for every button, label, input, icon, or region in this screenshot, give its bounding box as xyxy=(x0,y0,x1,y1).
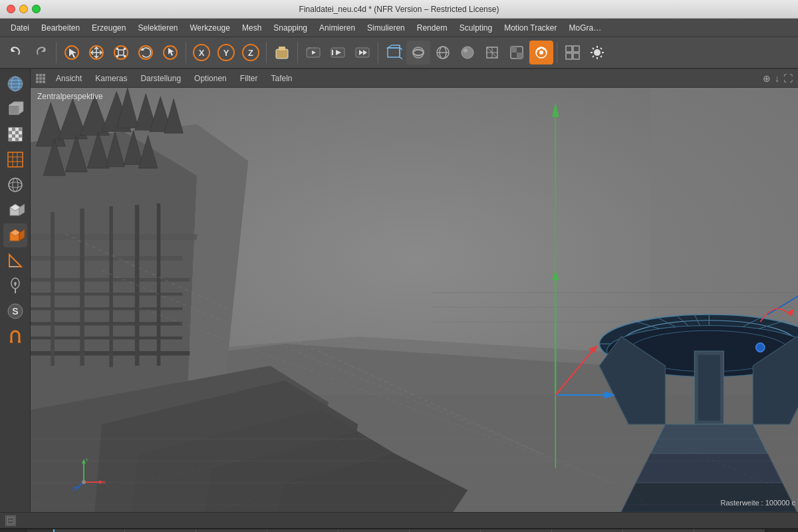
record-button[interactable] xyxy=(301,41,325,65)
nav-compass-icon[interactable]: ⊕ xyxy=(763,73,771,84)
menu-motion-tracker[interactable]: Motion Tracker xyxy=(499,21,562,35)
wireframe-view-button[interactable] xyxy=(406,41,430,65)
select-tool[interactable] xyxy=(60,41,84,65)
menu-bearbeiten[interactable]: Bearbeiten xyxy=(36,21,85,35)
material-view-button[interactable] xyxy=(431,41,455,65)
svg-marker-1 xyxy=(41,48,45,52)
timeline-track[interactable]: 0 10 20 30 40 50 60 70 80 90 100 xyxy=(53,529,765,532)
vt-filter[interactable]: Filter xyxy=(235,72,263,84)
svg-rect-54 xyxy=(573,53,579,59)
svg-rect-32 xyxy=(388,48,400,57)
svg-rect-75 xyxy=(15,128,19,131)
menu-erzeugen[interactable]: Erzeugen xyxy=(86,21,131,35)
viewport-container: Ansicht Kameras Darstellung Optionen Fil… xyxy=(31,69,798,512)
undo-button[interactable] xyxy=(4,41,28,65)
menu-animieren[interactable]: Animieren xyxy=(314,21,360,35)
object-tool[interactable] xyxy=(3,97,27,121)
left-sidebar: S xyxy=(0,69,31,512)
checkerboard-tool[interactable] xyxy=(3,122,27,146)
snap-tool[interactable]: S xyxy=(3,299,27,323)
menu-mesh[interactable]: Mesh xyxy=(237,21,267,35)
svg-rect-76 xyxy=(19,131,22,134)
vt-optionen[interactable]: Optionen xyxy=(189,72,232,84)
main-area: S Ansicht Kameras Darstellung Optionen F… xyxy=(0,69,798,512)
texture-view-button[interactable] xyxy=(505,41,529,65)
vt-kameras[interactable]: Kameras xyxy=(90,72,132,84)
status-bar xyxy=(0,512,798,528)
menu-mogra[interactable]: MoGra… xyxy=(564,21,607,35)
scale-tool[interactable] xyxy=(109,41,133,65)
move-tool[interactable] xyxy=(84,41,108,65)
vt-ansicht[interactable]: Ansicht xyxy=(51,72,87,84)
close-button[interactable] xyxy=(7,5,15,13)
rotate-tool[interactable] xyxy=(134,41,158,65)
play-forward-button[interactable] xyxy=(350,41,374,65)
svg-rect-9 xyxy=(124,55,126,57)
svg-line-61 xyxy=(600,48,602,49)
viewport-toolbar: Ansicht Kameras Darstellung Optionen Fil… xyxy=(31,69,798,88)
object-mode-button[interactable] xyxy=(270,41,294,65)
select-cursor-tool[interactable] xyxy=(3,274,27,298)
vt-darstellung[interactable]: Darstellung xyxy=(135,72,186,84)
menu-sculpting[interactable]: Sculpting xyxy=(454,21,497,35)
light-button[interactable] xyxy=(585,41,609,65)
svg-rect-80 xyxy=(19,138,22,141)
svg-rect-134 xyxy=(80,209,84,366)
svg-point-88 xyxy=(13,178,18,192)
svg-rect-20 xyxy=(279,47,285,51)
y-axis-button[interactable]: Y xyxy=(214,41,238,65)
shaded-view-button[interactable] xyxy=(480,41,504,65)
svg-marker-94 xyxy=(19,229,25,241)
svg-point-99 xyxy=(14,282,17,285)
perspective-view-button[interactable] xyxy=(382,41,406,65)
x-axis-button[interactable]: X xyxy=(190,41,213,65)
menu-simulieren[interactable]: Simulieren xyxy=(362,21,410,35)
menu-snapping[interactable]: Snapping xyxy=(268,21,313,35)
grid-button[interactable] xyxy=(561,41,585,65)
magnet-tool[interactable] xyxy=(3,325,27,348)
svg-rect-133 xyxy=(51,212,55,366)
playback-controls xyxy=(301,41,374,65)
nav-down-icon[interactable]: ↓ xyxy=(775,73,779,84)
svg-rect-47 xyxy=(511,47,517,53)
render-button[interactable] xyxy=(529,41,553,65)
cursor-tool[interactable] xyxy=(158,41,182,65)
angle-tool[interactable] xyxy=(3,249,27,273)
tl-tick-10 xyxy=(124,529,125,532)
solid-view-button[interactable] xyxy=(456,41,479,65)
playhead[interactable] xyxy=(53,529,55,532)
world-button[interactable] xyxy=(3,72,27,96)
timeline: 0 0 10 20 30 40 50 60 70 80 90 100 0 B xyxy=(0,528,798,532)
cube-tool[interactable] xyxy=(3,198,27,222)
menu-rendern[interactable]: Rendern xyxy=(412,21,453,35)
svg-point-35 xyxy=(413,50,424,55)
svg-rect-53 xyxy=(566,53,572,59)
viewport-canvas[interactable]: Zentralperspektive Rasterweite : 100000 … xyxy=(31,88,798,512)
orange-cube-tool[interactable] xyxy=(3,223,27,247)
tl-tick-90 xyxy=(694,529,694,532)
minimize-button[interactable] xyxy=(19,5,28,13)
nav-expand-icon[interactable]: ⛶ xyxy=(783,73,793,84)
tl-tick-30 xyxy=(267,529,267,532)
maximize-button[interactable] xyxy=(32,5,41,13)
grid-tool[interactable] xyxy=(3,148,27,172)
undo-redo-group xyxy=(4,41,53,65)
menu-datei[interactable]: Datei xyxy=(5,21,35,35)
svg-text:S: S xyxy=(12,306,18,317)
svg-line-60 xyxy=(593,48,594,49)
svg-point-55 xyxy=(594,49,600,56)
svg-rect-51 xyxy=(566,46,572,52)
menu-werkzeuge[interactable]: Werkzeuge xyxy=(184,21,235,35)
sphere-tool[interactable] xyxy=(3,173,27,197)
timeline-start: 0 xyxy=(0,529,27,532)
z-axis-button[interactable]: Z xyxy=(239,41,263,65)
redo-button[interactable] xyxy=(29,41,53,65)
svg-rect-19 xyxy=(276,49,288,59)
vt-tafeln[interactable]: Tafeln xyxy=(265,72,297,84)
menu-selektieren[interactable]: Selektieren xyxy=(132,21,183,35)
play-button[interactable] xyxy=(326,41,350,65)
svg-marker-33 xyxy=(388,45,400,48)
title-bar: Finaldatei_neu.c4d * (NFR Version – Rest… xyxy=(0,0,798,19)
svg-marker-0 xyxy=(11,48,15,52)
tl-tick-60 xyxy=(480,529,481,532)
